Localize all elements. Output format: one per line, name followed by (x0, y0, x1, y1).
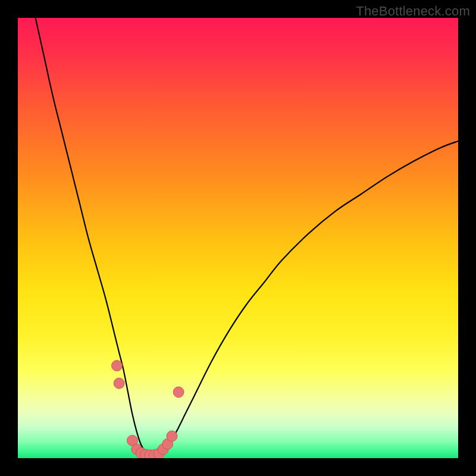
data-markers (18, 18, 458, 458)
chart-frame: TheBottleneck.com (0, 0, 476, 476)
watermark-text: TheBottleneck.com (356, 4, 470, 19)
plot-area (18, 18, 458, 458)
data-marker (112, 361, 123, 371)
data-marker (173, 387, 184, 397)
data-marker (167, 431, 177, 441)
data-marker (114, 378, 124, 389)
